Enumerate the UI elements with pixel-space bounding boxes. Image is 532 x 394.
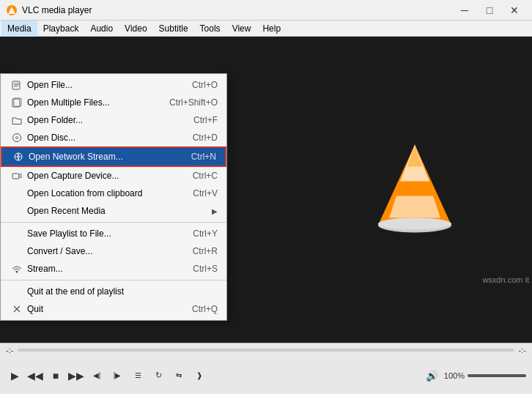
menu-quit[interactable]: Quit Ctrl+Q — [1, 300, 226, 318]
open-location-icon — [10, 187, 24, 199]
open-recent-icon — [10, 205, 24, 217]
open-file-label: Open File... — [27, 80, 177, 90]
menu-open-file[interactable]: Open File... Ctrl+O — [1, 76, 226, 94]
open-disc-label: Open Disc... — [27, 133, 178, 143]
svg-rect-8 — [12, 81, 20, 89]
extended-button[interactable]: ❱ — [191, 367, 208, 384]
svg-marker-5 — [407, 145, 422, 167]
volume-icon[interactable]: 🔊 — [424, 367, 441, 384]
quit-icon — [10, 303, 24, 315]
open-capture-shortcut: Ctrl+C — [193, 171, 218, 181]
play-button[interactable]: ▶ — [6, 367, 23, 384]
menu-item-subtitle[interactable]: Subtitle — [153, 21, 194, 37]
loop-button[interactable]: ↻ — [149, 367, 167, 384]
menu-open-disc[interactable]: Open Disc... Ctrl+D — [1, 129, 226, 146]
frame-fwd-button[interactable]: |▶ — [108, 367, 126, 384]
open-capture-label: Open Capture Device... — [27, 171, 178, 181]
media-dropdown-menu: Open File... Ctrl+O Open Multiple Files.… — [0, 73, 227, 321]
open-folder-shortcut: Ctrl+F — [193, 115, 218, 125]
shuffle-button[interactable]: ⇆ — [170, 367, 188, 384]
menu-open-recent[interactable]: Open Recent Media ▶ — [1, 202, 226, 220]
minimize-button[interactable]: ─ — [453, 3, 476, 18]
submenu-arrow: ▶ — [212, 207, 218, 215]
save-playlist-icon — [10, 228, 24, 239]
svg-rect-9 — [12, 99, 20, 107]
app-icon — [6, 4, 18, 16]
menu-open-multiple[interactable]: Open Multiple Files... Ctrl+Shift+O — [1, 94, 226, 111]
volume-label: 100% — [444, 371, 465, 380]
volume-control: 🔊 100% — [424, 367, 526, 384]
progress-track[interactable] — [18, 349, 514, 352]
playlist-button[interactable]: ☰ — [129, 367, 147, 384]
window-controls: ─ □ ✕ — [453, 3, 526, 18]
quit-shortcut: Ctrl+Q — [192, 304, 218, 314]
menu-bar: Media Playback Audio Video Subtitle Tool… — [0, 21, 532, 37]
menu-item-help[interactable]: Help — [256, 21, 287, 37]
open-multiple-shortcut: Ctrl+Shift+O — [169, 97, 218, 108]
bottom-controls: -:- -:- ▶ ◀◀ ■ ▶▶ ◀| |▶ ☰ ↻ ⇆ ❱ 🔊 100% — [0, 343, 532, 394]
convert-icon — [10, 245, 24, 257]
menu-item-tools[interactable]: Tools — [194, 21, 226, 37]
menu-item-media[interactable]: Media — [1, 21, 37, 37]
open-location-shortcut: Ctrl+V — [193, 188, 218, 198]
time-total: -:- — [519, 346, 526, 354]
title-bar: VLC media player ─ □ ✕ — [0, 0, 532, 21]
open-file-icon — [10, 79, 24, 91]
menu-open-capture[interactable]: Open Capture Device... Ctrl+C — [1, 167, 226, 185]
svg-point-15 — [16, 271, 18, 273]
menu-open-folder[interactable]: Open Folder... Ctrl+F — [1, 111, 226, 129]
next-button[interactable]: ▶▶ — [67, 367, 85, 384]
svg-rect-14 — [12, 174, 19, 179]
open-folder-label: Open Folder... — [27, 115, 179, 125]
open-multiple-label: Open Multiple Files... — [27, 97, 155, 108]
svg-marker-4 — [389, 196, 440, 218]
menu-save-playlist[interactable]: Save Playlist to File... Ctrl+Y — [1, 225, 226, 242]
frame-back-button[interactable]: ◀| — [88, 367, 106, 384]
save-playlist-shortcut: Ctrl+Y — [193, 228, 218, 239]
main-video-area: Open File... Ctrl+O Open Multiple Files.… — [0, 37, 532, 343]
watermark: wsxdn.com it — [482, 275, 529, 284]
menu-item-video[interactable]: Video — [119, 21, 152, 37]
menu-item-view[interactable]: View — [226, 21, 257, 37]
playback-controls: ▶ ◀◀ ■ ▶▶ ◀| |▶ ☰ ↻ ⇆ ❱ 🔊 100% — [0, 357, 532, 394]
close-button[interactable]: ✕ — [503, 3, 526, 18]
separator-1 — [1, 222, 226, 223]
menu-convert[interactable]: Convert / Save... Ctrl+R — [1, 242, 226, 260]
open-network-icon — [11, 151, 26, 163]
svg-point-11 — [13, 134, 21, 142]
open-capture-icon — [10, 170, 24, 182]
menu-open-network[interactable]: Open Network Stream... Ctrl+N — [1, 146, 226, 167]
quit-end-label: Quit at the end of playlist — [27, 286, 203, 297]
window-title: VLC media player — [22, 5, 453, 15]
separator-2 — [1, 280, 226, 280]
prev-button[interactable]: ◀◀ — [26, 367, 44, 384]
progress-area: -:- -:- — [0, 343, 532, 357]
convert-label: Convert / Save... — [27, 246, 178, 256]
convert-shortcut: Ctrl+R — [193, 246, 218, 256]
stream-icon — [10, 263, 24, 275]
open-disc-icon — [10, 132, 24, 144]
svg-point-12 — [16, 137, 18, 139]
open-network-label: Open Network Stream... — [29, 152, 177, 162]
open-folder-icon — [10, 114, 24, 126]
quit-end-icon — [10, 286, 24, 297]
menu-open-location[interactable]: Open Location from clipboard Ctrl+V — [1, 185, 226, 202]
svg-point-7 — [378, 218, 451, 230]
time-elapsed: -:- — [6, 346, 13, 354]
save-playlist-label: Save Playlist to File... — [27, 228, 178, 239]
maximize-button[interactable]: □ — [478, 3, 501, 18]
menu-item-audio[interactable]: Audio — [84, 21, 119, 37]
menu-quit-end[interactable]: Quit at the end of playlist — [1, 283, 226, 300]
open-location-label: Open Location from clipboard — [27, 188, 178, 198]
vlc-logo — [371, 138, 459, 242]
volume-fill — [468, 374, 526, 377]
stop-button[interactable]: ■ — [47, 367, 64, 384]
menu-item-playback[interactable]: Playback — [37, 21, 85, 37]
open-multiple-icon — [10, 97, 24, 108]
menu-stream[interactable]: Stream... Ctrl+S — [1, 260, 226, 278]
open-recent-label: Open Recent Media — [27, 206, 212, 216]
quit-label: Quit — [27, 304, 177, 314]
volume-track[interactable] — [468, 374, 526, 377]
open-file-shortcut: Ctrl+O — [192, 80, 218, 90]
open-disc-shortcut: Ctrl+D — [193, 133, 218, 143]
